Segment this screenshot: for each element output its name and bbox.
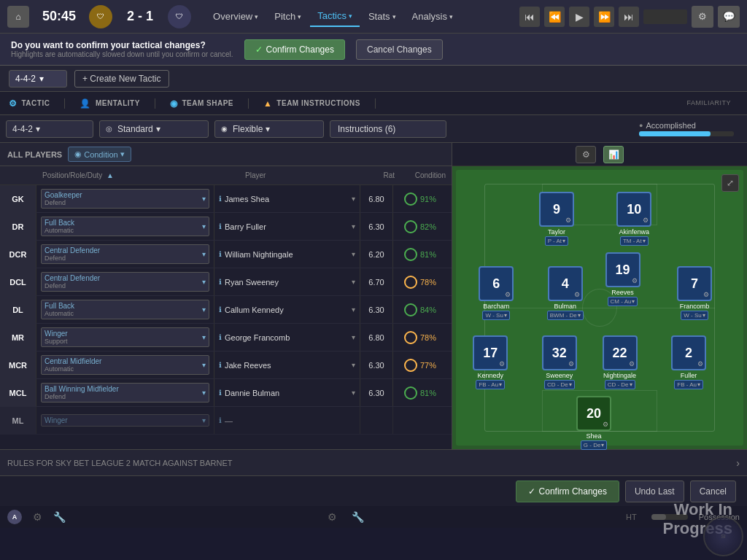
player-number-tile[interactable]: 7 ⚙ bbox=[677, 266, 712, 301]
tile-role-dropdown[interactable]: W - Su ▾ bbox=[681, 311, 708, 320]
role-cell[interactable]: Ball Winning MidfielderDefend ▾ bbox=[36, 379, 214, 406]
player-info-icon[interactable]: ℹ bbox=[219, 389, 222, 397]
tools-small-icon[interactable]: 🔧 bbox=[53, 511, 66, 523]
nav-stats[interactable]: Stats ▾ bbox=[361, 6, 403, 27]
player-number-tile[interactable]: 4 ⚙ bbox=[548, 266, 583, 301]
player-expand-icon[interactable]: ▾ bbox=[352, 361, 355, 369]
tile-role-dropdown[interactable]: G - De ▾ bbox=[581, 440, 608, 450]
tile-role-dropdown[interactable]: CD - De ▾ bbox=[544, 380, 575, 389]
player-expand-icon[interactable]: ▾ bbox=[352, 306, 355, 314]
player-tile-barcham[interactable]: 6 ⚙ Barcham W - Su ▾ bbox=[471, 266, 522, 320]
player-tile-shea[interactable]: 20 ⚙ Shea G - De ▾ bbox=[568, 396, 619, 450]
tactic-selector[interactable]: 4-4-2 ▾ bbox=[9, 70, 67, 88]
player-info-icon[interactable]: ℹ bbox=[219, 361, 222, 369]
player-info-icon[interactable]: ℹ bbox=[219, 306, 222, 314]
nav-pitch[interactable]: Pitch ▾ bbox=[267, 6, 309, 27]
expand-pitch-button[interactable]: ⤢ bbox=[721, 174, 739, 192]
player-number-tile[interactable]: 19 ⚙ bbox=[605, 252, 640, 287]
status-settings2-icon[interactable]: ⚙ bbox=[328, 511, 337, 523]
role-dropdown[interactable]: Central DefenderDefend ▾ bbox=[41, 244, 209, 264]
role-cell[interactable]: Winger ▾ bbox=[36, 407, 214, 434]
play-button[interactable]: ▶ bbox=[569, 7, 589, 27]
skip-forward-button[interactable]: ⏭ bbox=[619, 7, 639, 27]
player-number-tile[interactable]: 10 ⚙ bbox=[616, 192, 651, 227]
status-tools2-icon[interactable]: 🔧 bbox=[352, 511, 364, 523]
role-dropdown[interactable]: WingerSupport ▾ bbox=[41, 327, 209, 347]
condition-filter-button[interactable]: ◉ Condition ▾ bbox=[68, 147, 131, 162]
nav-overview[interactable]: Overview ▾ bbox=[206, 6, 266, 27]
confirm-changes-button[interactable]: ✓ Confirm Changes bbox=[244, 39, 345, 60]
action-cancel-button[interactable]: Cancel bbox=[690, 481, 736, 502]
player-expand-icon[interactable]: ▾ bbox=[352, 250, 355, 258]
rewind-button[interactable]: ⏪ bbox=[544, 7, 565, 27]
role-cell[interactable]: Central DefenderDefend ▾ bbox=[36, 241, 214, 268]
player-tile-francomb[interactable]: 7 ⚙ Francomb W - Su ▾ bbox=[669, 266, 720, 320]
player-number-tile[interactable]: 6 ⚙ bbox=[479, 266, 514, 301]
role-dropdown[interactable]: Winger ▾ bbox=[41, 414, 209, 427]
player-expand-icon[interactable]: ▾ bbox=[352, 278, 355, 286]
role-cell[interactable]: Central MidfielderAutomatic ▾ bbox=[36, 351, 214, 378]
player-expand-icon[interactable]: ▾ bbox=[352, 333, 355, 341]
player-expand-icon[interactable]: ▾ bbox=[352, 389, 355, 397]
player-number-tile[interactable]: 9 ⚙ bbox=[539, 192, 574, 227]
tactic-dropdown[interactable]: 4-4-2 ▾ bbox=[6, 120, 93, 138]
bottom-expand-button[interactable]: › bbox=[736, 457, 740, 469]
nav-tactics[interactable]: Tactics ▾ bbox=[310, 6, 360, 27]
player-number-tile[interactable]: 32 ⚙ bbox=[542, 335, 577, 370]
tile-role-dropdown[interactable]: W - Su ▾ bbox=[482, 311, 509, 320]
tile-role-dropdown[interactable]: CM - Au ▾ bbox=[608, 297, 638, 306]
player-expand-icon[interactable]: ▾ bbox=[352, 222, 355, 230]
role-dropdown[interactable]: GoalkeeperDefend ▾ bbox=[41, 189, 209, 209]
player-info-icon[interactable]: ℹ bbox=[219, 222, 222, 230]
player-number-tile[interactable]: 22 ⚙ bbox=[603, 335, 638, 370]
cancel-changes-button[interactable]: Cancel Changes bbox=[356, 39, 443, 60]
home-button[interactable]: ⌂ bbox=[7, 6, 29, 28]
all-players-button[interactable]: ALL PLAYERS bbox=[7, 150, 62, 159]
tile-role-dropdown[interactable]: CD - De ▾ bbox=[605, 380, 635, 389]
fast-forward-button[interactable]: ⏩ bbox=[594, 7, 614, 27]
pitch-formation-toggle[interactable]: ⚙ bbox=[576, 146, 596, 163]
player-tile-reeves[interactable]: 19 ⚙ Reeves CM - Au ▾ bbox=[597, 252, 649, 306]
tile-role-dropdown[interactable]: FB - Au ▾ bbox=[674, 380, 703, 389]
player-info-icon[interactable]: ℹ bbox=[219, 195, 222, 203]
role-dropdown[interactable]: Ball Winning MidfielderDefend ▾ bbox=[41, 383, 209, 402]
player-tile-sweeney[interactable]: 32 ⚙ Sweeney CD - De ▾ bbox=[534, 335, 585, 389]
status-badge-a[interactable]: A bbox=[7, 510, 22, 524]
role-cell[interactable]: GoalkeeperDefend ▾ bbox=[36, 185, 214, 212]
action-confirm-button[interactable]: ✓ Confirm Changes bbox=[516, 481, 619, 502]
skip-back-button[interactable]: ⏮ bbox=[519, 7, 540, 27]
role-cell[interactable]: Central DefenderDefend ▾ bbox=[36, 268, 214, 295]
player-number-tile[interactable]: 2 ⚙ bbox=[671, 335, 706, 370]
settings-button[interactable]: ⚙ bbox=[692, 6, 713, 28]
chat-button[interactable]: 💬 bbox=[718, 6, 740, 28]
tile-role-dropdown[interactable]: P - At ▾ bbox=[545, 236, 568, 246]
pitch-chart-toggle[interactable]: 📊 bbox=[603, 146, 624, 163]
player-expand-icon[interactable]: ▾ bbox=[352, 195, 355, 203]
tile-role-dropdown[interactable]: BWM - De ▾ bbox=[547, 311, 584, 320]
team-shape-dropdown[interactable]: ◉ Flexible ▾ bbox=[214, 120, 324, 138]
player-info-icon[interactable]: ℹ bbox=[219, 278, 222, 286]
new-tactic-button[interactable]: + Create New Tactic bbox=[74, 70, 169, 88]
role-dropdown[interactable]: Central MidfielderAutomatic ▾ bbox=[41, 355, 209, 375]
role-cell[interactable]: Full BackAutomatic ▾ bbox=[36, 213, 214, 240]
player-tile-nightingale[interactable]: 22 ⚙ Nightingale CD - De ▾ bbox=[595, 335, 646, 389]
player-info-icon[interactable]: ℹ bbox=[219, 333, 222, 341]
nav-analysis[interactable]: Analysis ▾ bbox=[405, 6, 460, 27]
tile-role-dropdown[interactable]: TM - At ▾ bbox=[620, 236, 649, 246]
player-tile-kennedy[interactable]: 17 ⚙ Kennedy FB - Au ▾ bbox=[465, 335, 516, 389]
mentality-dropdown[interactable]: ◎ Standard ▾ bbox=[99, 120, 209, 138]
tile-role-dropdown[interactable]: FB - Au ▾ bbox=[476, 380, 505, 389]
player-tile-fuller[interactable]: 2 ⚙ Fuller FB - Au ▾ bbox=[663, 335, 714, 389]
player-number-tile-gk[interactable]: 20 ⚙ bbox=[576, 396, 611, 431]
player-info-icon[interactable]: ℹ bbox=[219, 416, 222, 424]
player-number-tile[interactable]: 17 ⚙ bbox=[473, 335, 508, 370]
role-cell[interactable]: WingerSupport ▾ bbox=[36, 324, 214, 351]
undo-last-button[interactable]: Undo Last bbox=[625, 481, 684, 502]
instructions-dropdown[interactable]: Instructions (6) bbox=[330, 120, 446, 138]
role-cell[interactable]: Full BackAutomatic ▾ bbox=[36, 296, 214, 323]
player-tile-taylor[interactable]: 9 ⚙ Taylor P - At ▾ bbox=[531, 192, 582, 246]
player-tile-bulman[interactable]: 4 ⚙ Bulman BWM - De ▾ bbox=[540, 266, 591, 320]
role-dropdown[interactable]: Full BackAutomatic ▾ bbox=[41, 217, 209, 236]
role-dropdown[interactable]: Full BackAutomatic ▾ bbox=[41, 300, 209, 319]
role-dropdown[interactable]: Central DefenderDefend ▾ bbox=[41, 272, 209, 292]
